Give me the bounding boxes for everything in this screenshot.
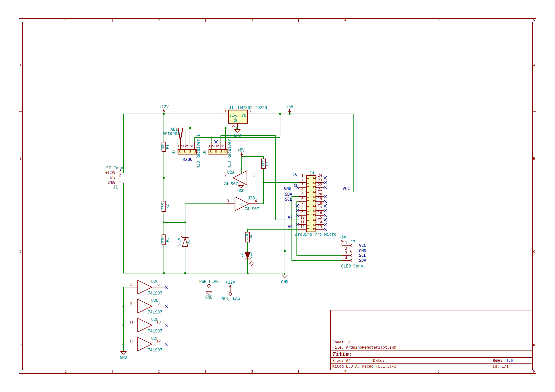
- j4-pin-number: 10: [300, 215, 305, 220]
- u2b-reference: U2B: [248, 196, 255, 200]
- border-row-label: A: [20, 63, 22, 67]
- j4-label: Arduino Pro Micro: [295, 232, 336, 237]
- buffer-pin-number: 11: [129, 320, 133, 324]
- p12v-label: +12V: [226, 280, 235, 285]
- schematic-canvas: 112233445566AABBCCDDSheet: /File: Arduin…: [0, 0, 555, 392]
- j1-pin-name: ST: [110, 176, 114, 180]
- buffer-value: 74LS07: [148, 291, 162, 295]
- d2-value: LED: [248, 252, 253, 258]
- j4-pin-number: 13: [318, 225, 322, 229]
- j4-pin-number: 1: [301, 173, 303, 178]
- titleblock-id: Id: 1/1: [493, 364, 509, 369]
- j4-pin-number: 8: [301, 206, 303, 210]
- titleblock-sheet: Sheet: /: [332, 340, 351, 344]
- j4-pin-number: 3: [301, 183, 303, 187]
- j4-pin-number: 7: [301, 201, 303, 206]
- buffer-pin-number: 9: [130, 301, 132, 306]
- j6-pin-number: 3: [216, 145, 220, 147]
- text-layer: 112233445566AABBCCDDSheet: /File: Arduin…: [20, 18, 535, 373]
- u1-value: LM7805_TO220: [238, 105, 267, 110]
- u1-pin-number: 2: [232, 125, 236, 127]
- j4-pin-number: 2: [301, 178, 303, 182]
- u1-reference: U1: [229, 105, 233, 110]
- border-row-label: D: [20, 343, 22, 347]
- j6-label: 433 Receiver 2: [227, 134, 232, 168]
- titleblock-title: Title:: [332, 351, 352, 357]
- titleblock-generator: KiCad E.D.A. kicad (5.1.5)-3: [332, 364, 396, 369]
- j2-reference: J2: [171, 150, 176, 154]
- j4-pin-number: 15: [318, 215, 322, 220]
- gnd-label: GND: [205, 295, 213, 299]
- u1-pin-vo: VO: [241, 113, 246, 118]
- r4-value: 270: [244, 234, 249, 240]
- border-column-label: 6: [533, 18, 535, 22]
- buffer-pin-number: 5: [130, 282, 132, 286]
- buffer-value: 74LS07: [148, 348, 162, 352]
- u2a-pin-number: 2: [224, 173, 226, 177]
- u2a-value: 74LS07: [223, 181, 238, 186]
- border-frame: [19, 19, 536, 373]
- buffer-pin-number: 13: [129, 339, 133, 343]
- gnd-label: GND: [120, 355, 127, 360]
- j4-pin-number: 11: [300, 220, 305, 224]
- p5v-label: +5V: [286, 104, 293, 109]
- titleblock-date: Date:: [373, 358, 385, 363]
- j4-pin-number: 23: [318, 178, 322, 182]
- j4-reference: J4: [309, 171, 314, 176]
- pwr-flag-label: PWR_FLAG: [199, 279, 219, 284]
- border-row-label: B: [533, 157, 535, 160]
- j4-pin-number: 14: [318, 220, 322, 224]
- j2-pin-number: 4: [190, 145, 194, 147]
- j2-value: RXB6: [183, 157, 192, 162]
- pwr-flag-label: PWR_FLAG: [220, 296, 240, 301]
- j4-pin-number: 9: [301, 211, 303, 215]
- u2a-pin-number: 1: [253, 173, 255, 177]
- r2-value: 68K: [161, 203, 165, 209]
- p12v-label: +12V: [159, 104, 169, 109]
- net-label-gnd: GND: [284, 186, 291, 191]
- net-label-tx: TX: [292, 172, 297, 177]
- j7-pin-name: GND: [359, 249, 366, 253]
- u2a-reference: U2A: [227, 170, 234, 175]
- r2-reference: R2: [165, 204, 169, 208]
- buffer-reference: U2F: [151, 336, 159, 341]
- border-column-label: 1: [65, 370, 67, 373]
- buffer-value: 74LS07: [148, 310, 162, 314]
- titleblock-rev-value: 1.0: [506, 359, 513, 363]
- j7-pin-number: 1: [345, 241, 347, 245]
- j4-pin-number: 21: [318, 187, 322, 192]
- j2-pin-number: 3: [185, 145, 189, 147]
- j4-pin-number: 4: [301, 187, 303, 192]
- border-row-label: C: [533, 250, 535, 254]
- j4-pin-number: 17: [318, 206, 322, 210]
- d1-reference: D1: [186, 240, 190, 244]
- j4-pin-number: 16: [318, 211, 322, 215]
- d2-reference: D2: [239, 253, 244, 257]
- j7-pin-name: SCL: [359, 253, 366, 258]
- net-label-a7: A7: [288, 215, 292, 220]
- r1-value: 10K: [161, 143, 165, 150]
- border-column-label: 5: [438, 370, 440, 373]
- border-column-label: 6: [533, 370, 535, 373]
- ae1-value: Antenna: [163, 131, 180, 136]
- j7-pin-number: 3: [345, 251, 347, 255]
- u2b-pin-number: 4: [255, 199, 257, 203]
- j4-pin-number: 6: [301, 197, 303, 201]
- border-row-label: A: [533, 63, 535, 67]
- net-label-a9: A9: [288, 224, 292, 229]
- j1-pin-number: 1: [119, 178, 121, 182]
- net-label-scl: SCL: [285, 197, 292, 202]
- j2-pin-number: 2: [180, 145, 184, 147]
- titleblock-rev-label: Rev:: [493, 358, 503, 363]
- net-label-sda: SDA: [285, 192, 292, 197]
- p5v-label: +5V: [339, 235, 346, 240]
- border-column-label: 2: [158, 18, 160, 22]
- buffer-reference: U2D: [151, 298, 159, 303]
- r3-value: 27K: [161, 236, 165, 243]
- buffer-reference: U2C: [151, 279, 159, 284]
- buffer-reference: U2E: [151, 317, 159, 322]
- j6-pin-number: 4: [220, 145, 225, 147]
- u2b-pin-number: 3: [227, 199, 229, 203]
- border-column-label: 4: [344, 18, 346, 22]
- u1-pin-number: 1: [224, 109, 226, 113]
